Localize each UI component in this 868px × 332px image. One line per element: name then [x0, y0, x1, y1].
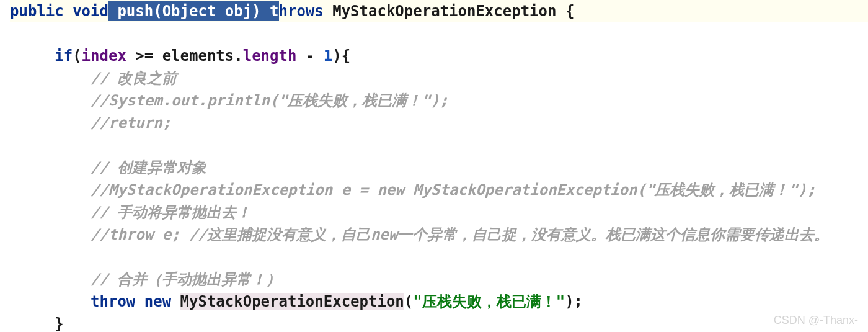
- code-line-comment[interactable]: //MyStackOperationException e = new MySt…: [10, 181, 816, 199]
- watermark: CSDN @-Thanx-: [774, 314, 858, 327]
- exception-type-usage: MyStackOperationException: [180, 293, 404, 310]
- keyword-void: void: [73, 2, 108, 20]
- code-line-comment[interactable]: //throw e; //这里捕捉没有意义，自己new一个异常，自己捉，没有意义…: [10, 226, 829, 243]
- code-line-comment[interactable]: // 合并（手动抛出异常！）: [10, 271, 281, 288]
- keyword-throws: hrows: [279, 2, 324, 20]
- keyword-throw: throw: [91, 293, 135, 310]
- code-editor[interactable]: public void push(Object obj) throws MySt…: [0, 0, 868, 332]
- code-line-close[interactable]: }: [10, 315, 64, 332]
- code-line-throw[interactable]: throw new MyStackOperationException("压栈失…: [10, 293, 583, 310]
- selection[interactable]: push(Object obj) t: [108, 1, 279, 21]
- string-literal: "压栈失败，栈已满！": [413, 293, 565, 310]
- code-line-comment[interactable]: // 创建异常对象: [10, 159, 206, 176]
- code-line-comment[interactable]: //return;: [10, 114, 171, 132]
- keyword-new: new: [144, 293, 171, 310]
- code-line-comment[interactable]: // 改良之前: [10, 70, 177, 87]
- code-line-comment[interactable]: // 手动将异常抛出去！: [10, 204, 251, 221]
- brace-open: {: [556, 2, 574, 20]
- keyword-public: public: [10, 2, 64, 20]
- code-line-blank[interactable]: [10, 137, 19, 154]
- code-line-method-sig[interactable]: public void push(Object obj) throws MySt…: [10, 0, 868, 22]
- code-line-blank[interactable]: [10, 248, 19, 266]
- field-index: index: [82, 47, 126, 65]
- exception-type: MyStackOperationException: [332, 2, 556, 20]
- keyword-if: if: [55, 47, 73, 65]
- indent-guide: [50, 38, 50, 305]
- code-line-if[interactable]: if(index >= elements.length - 1){: [10, 47, 350, 65]
- code-line-comment[interactable]: //System.out.println("压栈失败，栈已满！");: [10, 92, 448, 109]
